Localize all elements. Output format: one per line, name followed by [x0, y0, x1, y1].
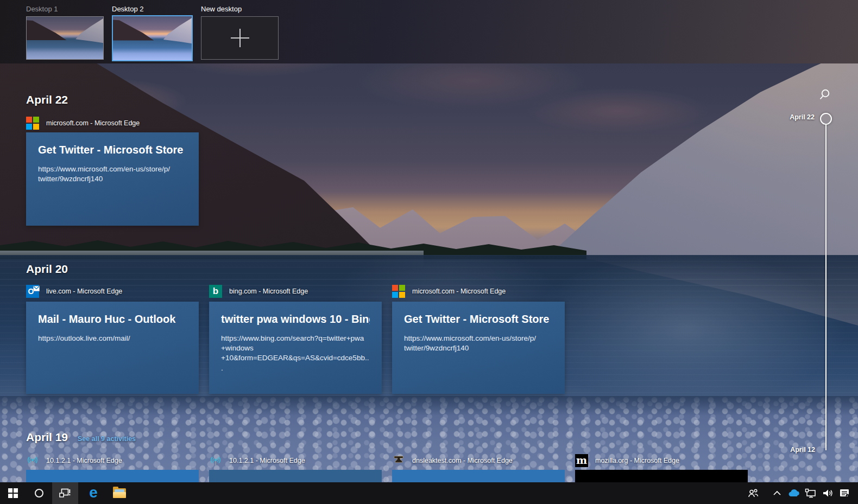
desktop-2-label: Desktop 2	[112, 5, 144, 13]
system-tray	[742, 482, 858, 504]
activity-source: microsoft.com - Microsoft Edge	[46, 119, 140, 127]
action-center-icon	[838, 488, 850, 499]
virtual-desktops-bar: Desktop 1 Desktop 2 New desktop	[0, 0, 858, 63]
activity-card-mozilla[interactable]	[575, 470, 748, 482]
mozilla-icon: m	[575, 454, 588, 467]
activity-source: mozilla.org - Microsoft Edge	[595, 457, 679, 464]
envelope-icon	[33, 286, 40, 291]
wallpaper-dim-overlay	[0, 0, 858, 504]
date-heading: April 19	[26, 431, 68, 444]
timeline-scroll-thumb[interactable]	[820, 113, 832, 125]
timeline-scroll-track[interactable]	[825, 124, 827, 450]
taskbar: e	[0, 482, 858, 504]
start-button[interactable]	[0, 482, 26, 504]
activity-card-get-twitter-2[interactable]: Get Twitter - Microsoft Store https://ww…	[392, 302, 565, 394]
activity-card-dnsleaktest[interactable]	[392, 470, 565, 482]
section-april-19-cards	[26, 470, 748, 482]
rail-label-top: April 22	[790, 113, 815, 121]
activity-title: Mail - Mauro Huc - Outlook	[38, 312, 187, 326]
section-april-20-header: April 20	[26, 263, 68, 276]
section-april-20-cards: Mail - Mauro Huc - Outlook https://outlo…	[26, 302, 565, 394]
rail-label-bottom: April 12	[790, 446, 815, 454]
activity-title: twitter pwa windows 10 - Bing	[221, 312, 370, 326]
date-heading: April 22	[26, 93, 68, 106]
section-april-22-card-headers: microsoft.com - Microsoft Edge	[26, 116, 199, 130]
activity-source: 10.1.2.1 - Microsoft Edge	[229, 457, 305, 464]
task-view-screen: Desktop 1 Desktop 2 New desktop April 22…	[0, 0, 858, 504]
action-center-button[interactable]	[836, 482, 853, 504]
task-view-button[interactable]	[52, 482, 78, 504]
new-desktop-button[interactable]	[201, 16, 279, 60]
activity-url: https://www.microsoft.com/en-us/store/p/…	[38, 164, 187, 184]
search-icon[interactable]	[817, 88, 832, 103]
volume-button[interactable]	[819, 482, 836, 504]
section-april-19-card-headers: 10.1.2.1 - Microsoft Edge 10.1.2.1 - Mic…	[26, 454, 748, 468]
activity-card-get-twitter[interactable]: Get Twitter - Microsoft Store https://ww…	[26, 132, 199, 226]
antenna-icon	[26, 454, 39, 467]
date-heading: April 20	[26, 263, 68, 276]
see-all-activities-link[interactable]: See all 9 activities	[78, 435, 136, 443]
folder-icon	[113, 488, 126, 498]
volume-icon	[822, 488, 834, 499]
plus-icon	[231, 29, 249, 47]
desktop-1-label: Desktop 1	[26, 5, 58, 13]
windows-logo-icon	[8, 488, 18, 498]
task-view-icon	[59, 488, 71, 499]
people-icon	[747, 488, 759, 499]
section-april-22-header: April 22	[26, 93, 68, 106]
chevron-up-icon	[773, 490, 781, 496]
desktop-2-thumbnail[interactable]	[112, 15, 193, 61]
dnsleaktest-icon	[392, 454, 405, 467]
file-explorer-button[interactable]	[106, 482, 133, 504]
microsoft-logo-icon	[392, 285, 405, 298]
section-april-22-cards: Get Twitter - Microsoft Store https://ww…	[26, 132, 199, 226]
activity-url: https://www.microsoft.com/en-us/store/p/…	[404, 334, 553, 353]
activity-card-bing-search[interactable]: twitter pwa windows 10 - Bing https://ww…	[209, 302, 382, 394]
onedrive-button[interactable]	[785, 482, 802, 504]
bing-icon: b	[209, 285, 222, 298]
desktop-2-preview	[113, 16, 192, 60]
activity-url: https://www.bing.com/search?q=twitter+pw…	[221, 334, 370, 373]
outlook-icon: O	[26, 285, 39, 298]
microsoft-logo-icon	[26, 117, 39, 130]
desktop-wallpaper	[0, 0, 858, 504]
activity-card-outlook-mail[interactable]: Mail - Mauro Huc - Outlook https://outlo…	[26, 302, 199, 394]
edge-icon: e	[89, 485, 98, 500]
onedrive-cloud-icon	[788, 489, 800, 497]
people-button[interactable]	[742, 482, 764, 504]
desktop-1-preview	[27, 17, 103, 59]
cortana-button[interactable]	[26, 482, 52, 504]
activity-card-router-2[interactable]	[209, 470, 382, 482]
activity-title: Get Twitter - Microsoft Store	[404, 312, 553, 326]
cortana-circle-icon	[35, 489, 43, 497]
network-icon	[805, 488, 817, 499]
edge-taskbar-button[interactable]: e	[80, 482, 106, 504]
network-button[interactable]	[802, 482, 819, 504]
new-desktop-label: New desktop	[201, 5, 242, 13]
activity-source: live.com - Microsoft Edge	[46, 288, 122, 295]
activity-source: dnsleaktest.com - Microsoft Edge	[412, 457, 513, 464]
section-april-19-header: April 19 See all 9 activities	[26, 431, 136, 444]
antenna-icon	[209, 454, 222, 467]
activity-source: microsoft.com - Microsoft Edge	[412, 288, 506, 295]
activity-card-router-1[interactable]	[26, 470, 199, 482]
activity-url: https://outlook.live.com/mail/	[38, 334, 187, 343]
activity-source: 10.1.2.1 - Microsoft Edge	[46, 457, 122, 464]
desktop-1-thumbnail[interactable]	[26, 16, 104, 60]
section-april-20-card-headers: O live.com - Microsoft Edge b bing.com -…	[26, 284, 565, 298]
show-hidden-icons-button[interactable]	[768, 482, 785, 504]
activity-source: bing.com - Microsoft Edge	[229, 288, 308, 295]
activity-title: Get Twitter - Microsoft Store	[38, 143, 187, 156]
